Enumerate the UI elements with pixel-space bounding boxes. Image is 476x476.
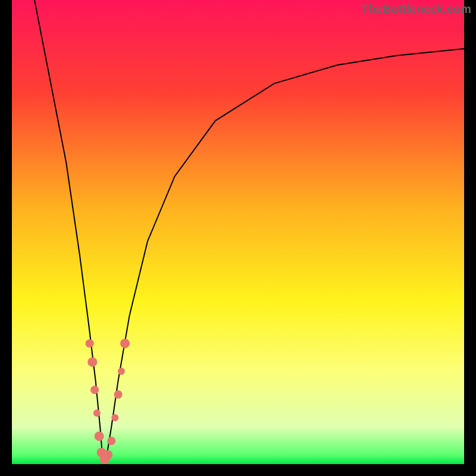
watermark-text: TheBottleneck.com xyxy=(362,2,471,16)
data-marker xyxy=(90,386,99,394)
data-marker xyxy=(87,357,97,367)
chart-container: TheBottleneck.com xyxy=(0,0,476,476)
data-marker xyxy=(107,437,115,445)
data-markers xyxy=(86,339,130,464)
data-marker xyxy=(114,390,123,399)
data-marker xyxy=(111,414,118,421)
data-marker xyxy=(120,339,130,348)
v-curve-line xyxy=(35,0,464,459)
plot-area xyxy=(12,0,464,464)
data-marker xyxy=(95,431,104,441)
data-marker xyxy=(103,450,112,459)
curve-layer xyxy=(12,0,464,464)
data-marker xyxy=(93,409,101,416)
data-marker xyxy=(118,368,125,375)
data-marker xyxy=(86,339,94,347)
